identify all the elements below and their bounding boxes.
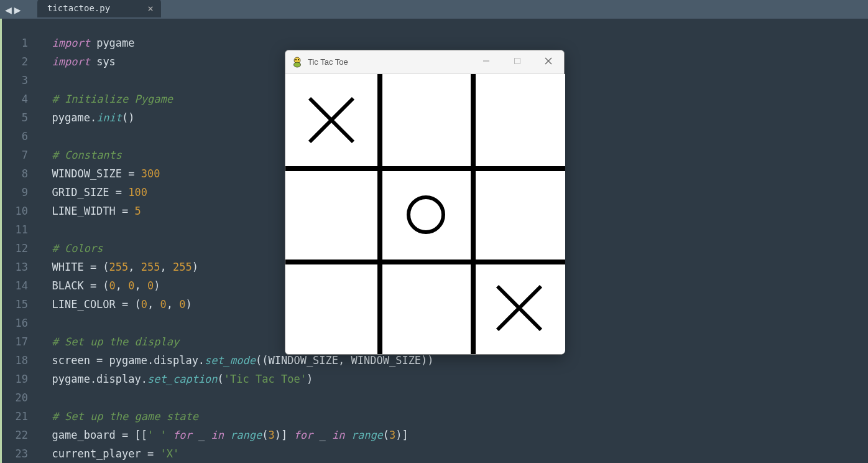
game-canvas[interactable]: [285, 74, 565, 354]
line-number: 14: [2, 276, 39, 295]
line-number: 8: [2, 164, 39, 183]
nav-arrows: ◀ ▶: [5, 3, 21, 16]
o-mark-icon: [404, 193, 448, 236]
board-cell[interactable]: [473, 262, 565, 354]
line-number: 23: [2, 444, 39, 463]
board-cell[interactable]: [380, 74, 472, 166]
line-number: 16: [2, 314, 39, 332]
line-number: 2: [2, 52, 39, 71]
nav-forward-icon[interactable]: ▶: [14, 3, 21, 16]
code-line[interactable]: [39, 388, 868, 407]
line-number: 22: [2, 426, 39, 444]
x-mark-icon: [303, 92, 359, 148]
close-icon[interactable]: ×: [147, 2, 154, 14]
line-number: 21: [2, 407, 39, 426]
line-number: 4: [2, 90, 39, 108]
svg-point-3: [294, 62, 301, 67]
line-number: 11: [2, 220, 39, 239]
line-number: 9: [2, 183, 39, 202]
svg-point-10: [409, 197, 443, 232]
board-cell[interactable]: [473, 74, 565, 166]
line-number: 7: [2, 146, 39, 164]
line-number: 15: [2, 295, 39, 314]
tab-bar: tictactoe.py ×: [37, 0, 868, 19]
pygame-window[interactable]: Tic Tac Toe: [285, 50, 565, 355]
line-number: 6: [2, 127, 39, 146]
minimize-icon[interactable]: [477, 57, 496, 67]
line-number: 13: [2, 258, 39, 276]
line-number: 5: [2, 108, 39, 127]
line-number: 18: [2, 351, 39, 370]
line-number: 10: [2, 202, 39, 220]
line-number: 1: [2, 34, 39, 52]
board-cell[interactable]: [285, 74, 377, 166]
line-number: 3: [2, 71, 39, 90]
nav-back-icon[interactable]: ◀: [5, 3, 12, 16]
line-number: 19: [2, 370, 39, 388]
title-bar[interactable]: Tic Tac Toe: [285, 50, 564, 74]
code-line[interactable]: game_board = [[' ' for _ in range(3)] fo…: [39, 426, 868, 444]
code-line[interactable]: pygame.display.set_caption('Tic Tac Toe'…: [39, 370, 868, 388]
window-controls: [477, 57, 558, 67]
maximize-icon[interactable]: [508, 57, 527, 67]
x-mark-icon: [491, 280, 547, 336]
window-title: Tic Tac Toe: [308, 57, 477, 67]
svg-point-2: [298, 59, 299, 60]
svg-rect-5: [515, 58, 520, 64]
code-line[interactable]: current_player = 'X': [39, 444, 868, 463]
code-line[interactable]: # Set up the game state: [39, 407, 868, 426]
file-tab[interactable]: tictactoe.py ×: [37, 0, 161, 17]
pygame-icon: [292, 57, 303, 68]
board-cell[interactable]: [380, 262, 472, 354]
tab-filename: tictactoe.py: [47, 3, 110, 13]
svg-point-1: [295, 59, 297, 60]
line-number: 20: [2, 388, 39, 407]
board-cell[interactable]: [285, 262, 377, 354]
board-cell[interactable]: [285, 169, 377, 261]
board-cell[interactable]: [473, 169, 565, 261]
board-cell[interactable]: [380, 169, 472, 261]
line-number: 17: [2, 332, 39, 351]
close-window-icon[interactable]: [539, 57, 558, 67]
gutter: 1234567891011121314151617181920212223: [2, 19, 39, 463]
line-number: 12: [2, 239, 39, 258]
